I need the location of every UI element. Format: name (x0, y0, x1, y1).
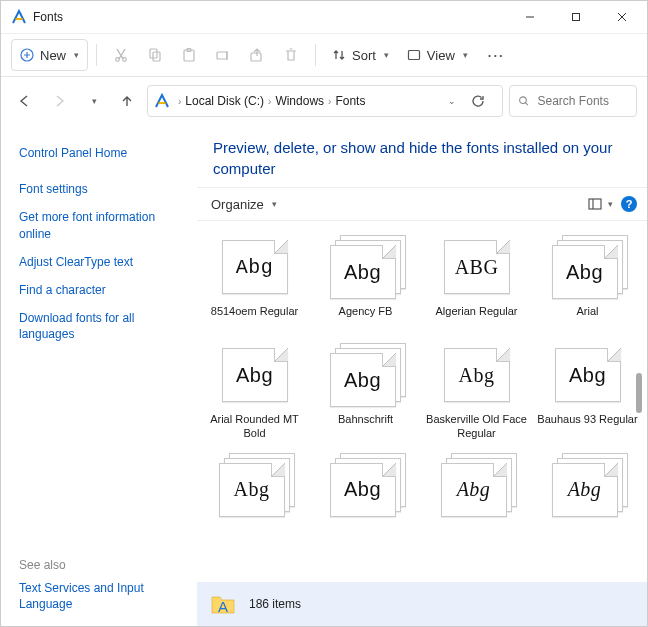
search-input[interactable] (538, 94, 628, 108)
control-panel-home-link[interactable]: Control Panel Home (19, 145, 185, 161)
font-sample: Abg (553, 246, 617, 298)
font-file-icon: Abg (548, 343, 628, 407)
font-file-icon: Abg (215, 453, 295, 517)
rename-button[interactable] (207, 39, 239, 71)
vertical-scrollbar[interactable] (633, 371, 645, 627)
help-button[interactable]: ? (621, 196, 637, 212)
font-tile[interactable]: AbgAgency FB (310, 231, 421, 339)
maximize-button[interactable] (553, 1, 599, 33)
sort-icon (332, 48, 346, 62)
font-tile[interactable]: Abg8514oem Regular (199, 231, 310, 339)
font-tile-label: Arial Rounded MT Bold (203, 413, 306, 441)
copy-button[interactable] (139, 39, 171, 71)
copy-icon (147, 47, 163, 63)
paste-icon (181, 47, 197, 63)
organize-button[interactable]: Organize ▾ (207, 188, 281, 220)
svg-rect-10 (408, 51, 419, 60)
breadcrumb-sep: › (178, 96, 181, 107)
forward-button[interactable] (45, 87, 73, 115)
see-also-link[interactable]: Text Services and Input Language (19, 580, 185, 612)
divider (315, 44, 316, 66)
new-button-label: New (40, 48, 66, 63)
sort-button[interactable]: Sort ▾ (324, 39, 397, 71)
title-bar: Fonts (1, 1, 647, 33)
font-file-icon: Abg (326, 343, 406, 407)
font-sample: Abg (445, 349, 509, 401)
font-tile[interactable]: AbgBahnschrift (310, 339, 421, 449)
trash-icon (283, 47, 299, 63)
rename-icon (215, 47, 231, 63)
font-tile-label: Bauhaus 93 Regular (537, 413, 637, 439)
see-also-label: See also (19, 558, 66, 572)
font-file-icon: ABG (437, 235, 517, 299)
breadcrumb-seg-2[interactable]: Fonts (335, 94, 365, 108)
font-tile[interactable]: AbgBauhaus 93 Regular (532, 339, 643, 449)
font-tile[interactable]: Abg (532, 449, 643, 557)
font-file-icon: Abg (437, 343, 517, 407)
font-file-icon: Abg (548, 235, 628, 299)
svg-rect-0 (573, 14, 580, 21)
font-tile-label: Algerian Regular (436, 305, 518, 331)
fonts-folder-icon: A (209, 590, 237, 618)
chevron-down-icon: ▾ (74, 50, 79, 60)
up-button[interactable] (113, 87, 141, 115)
left-nav-link[interactable]: Find a character (19, 282, 185, 298)
organize-label: Organize (211, 197, 264, 212)
breadcrumb-sep: › (268, 96, 271, 107)
back-button[interactable] (11, 87, 39, 115)
font-sample: Abg (553, 464, 617, 516)
delete-button[interactable] (275, 39, 307, 71)
organize-toolbar: Organize ▾ ▾ ? (197, 187, 647, 221)
breadcrumb-seg-1[interactable]: Windows (275, 94, 324, 108)
svg-rect-8 (217, 52, 227, 59)
font-tile[interactable]: Abg (421, 449, 532, 557)
font-sample: Abg (223, 349, 287, 401)
view-button[interactable]: View ▾ (399, 39, 476, 71)
font-grid: Abg8514oem RegularAbgAgency FBABGAlgeria… (197, 221, 647, 582)
status-count: 186 items (249, 597, 301, 611)
recent-locations-button[interactable]: ▾ (79, 87, 107, 115)
font-tile[interactable]: AbgArial Rounded MT Bold (199, 339, 310, 449)
share-button[interactable] (241, 39, 273, 71)
window-title: Fonts (33, 10, 507, 24)
plus-icon (20, 48, 34, 62)
font-sample: ABG (445, 241, 509, 293)
chevron-down-icon: ▾ (463, 50, 468, 60)
more-button[interactable]: ··· (478, 39, 515, 71)
search-icon (518, 94, 530, 108)
minimize-button[interactable] (507, 1, 553, 33)
refresh-button[interactable] (464, 87, 492, 115)
search-box[interactable] (509, 85, 637, 117)
breadcrumb-seg-0[interactable]: Local Disk (C:) (185, 94, 264, 108)
font-sample: Abg (556, 349, 620, 401)
new-button[interactable]: New ▾ (11, 39, 88, 71)
scrollbar-thumb[interactable] (636, 373, 642, 413)
font-tile[interactable]: Abg (199, 449, 310, 557)
command-bar: New ▾ Sort ▾ View ▾ ··· (1, 33, 647, 77)
font-sample: Abg (331, 246, 395, 298)
left-nav-link[interactable]: Adjust ClearType text (19, 254, 185, 270)
font-tile[interactable]: Abg (310, 449, 421, 557)
breadcrumb-sep: › (328, 96, 331, 107)
left-nav: Control Panel Home Font settings Get mor… (1, 125, 197, 626)
chevron-down-icon[interactable]: ⌄ (448, 96, 456, 106)
breadcrumb[interactable]: › Local Disk (C:) › Windows › Fonts ⌄ (147, 85, 503, 117)
close-button[interactable] (599, 1, 645, 33)
main-panel: Preview, delete, or show and hide the fo… (197, 125, 647, 626)
left-nav-link[interactable]: Font settings (19, 181, 185, 197)
font-tile[interactable]: AbgBaskerville Old Face Regular (421, 339, 532, 449)
view-options-button[interactable]: ▾ (588, 197, 613, 211)
font-sample: Abg (331, 464, 395, 516)
navigation-row: ▾ › Local Disk (C:) › Windows › Fonts ⌄ (1, 77, 647, 125)
share-icon (249, 47, 265, 63)
paste-button[interactable] (173, 39, 205, 71)
font-file-icon: Abg (548, 453, 628, 517)
left-nav-link[interactable]: Download fonts for all languages (19, 310, 185, 342)
font-tile[interactable]: AbgArial (532, 231, 643, 339)
layout-icon (588, 197, 602, 211)
fonts-path-icon (154, 93, 170, 109)
left-nav-link[interactable]: Get more font information online (19, 209, 185, 241)
sort-button-label: Sort (352, 48, 376, 63)
cut-button[interactable] (105, 39, 137, 71)
font-tile[interactable]: ABGAlgerian Regular (421, 231, 532, 339)
